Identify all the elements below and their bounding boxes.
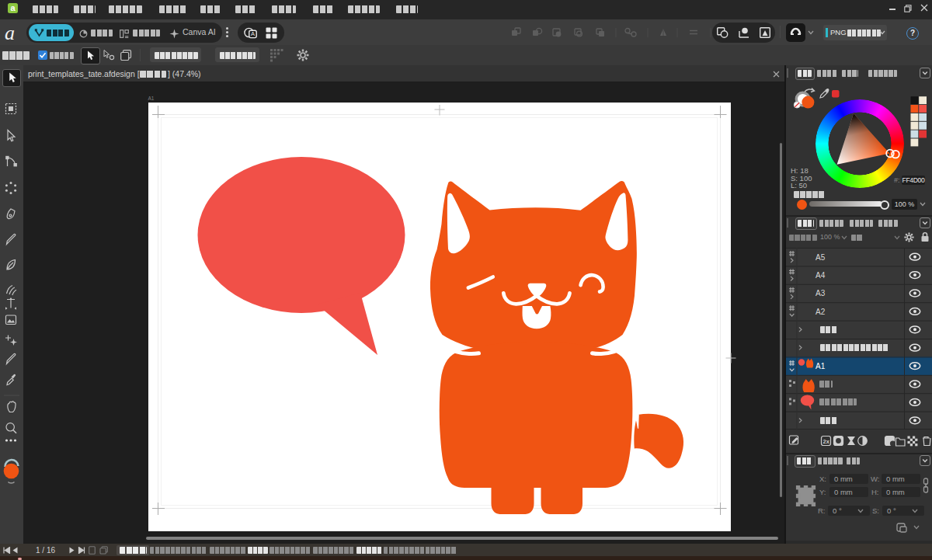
svg-text:A5: A5 xyxy=(816,253,826,262)
svg-text:A1: A1 xyxy=(148,96,155,101)
svg-text:A3: A3 xyxy=(816,289,826,297)
svg-text:A4: A4 xyxy=(816,271,826,280)
svg-text:A: A xyxy=(251,30,255,37)
svg-text:2x: 2x xyxy=(823,438,830,445)
svg-text:A1: A1 xyxy=(816,362,826,370)
svg-text:A2: A2 xyxy=(816,308,826,316)
